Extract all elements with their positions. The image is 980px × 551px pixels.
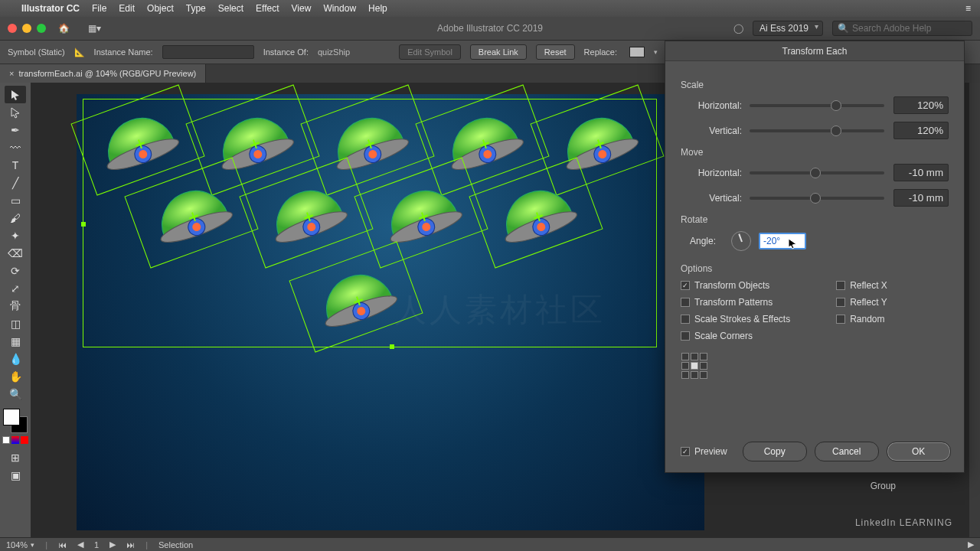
move-h-label: Horizontal: <box>681 168 742 178</box>
eyedropper-tool[interactable]: 💧 <box>5 350 26 367</box>
move-v-slider[interactable] <box>750 197 884 200</box>
home-icon[interactable]: 🏠 <box>58 23 70 34</box>
transform-objects-label: Transform Objects <box>694 280 769 291</box>
window-controls[interactable] <box>8 24 46 33</box>
move-h-input[interactable] <box>893 164 949 181</box>
scale-strokes-checkbox[interactable]: Scale Strokes & Effects <box>681 314 790 324</box>
scroll-right-icon[interactable]: ▶ <box>968 540 974 549</box>
artboard-nav-prev-icon[interactable]: ◀ <box>77 540 83 549</box>
menu-file[interactable]: File <box>92 3 106 14</box>
selection-type-label: Group <box>871 481 896 491</box>
random-checkbox[interactable]: Random <box>836 314 887 324</box>
rotate-section-label: Rotate <box>681 214 949 225</box>
transform-objects-checkbox[interactable]: ✓Transform Objects <box>681 280 790 291</box>
preview-checkbox[interactable]: ✓Preview <box>681 446 727 457</box>
workspace-switcher[interactable]: Ai Ess 2019 <box>753 21 823 36</box>
rotate-tool[interactable]: ⟳ <box>5 262 26 279</box>
angle-label: Angle: <box>681 236 716 246</box>
hand-tool[interactable]: ✋ <box>5 367 26 385</box>
help-search-input[interactable] <box>852 23 967 34</box>
move-h-slider[interactable] <box>750 171 884 174</box>
scale-strokes-label: Scale Strokes & Effects <box>694 314 790 324</box>
break-link-button[interactable]: Break Link <box>470 44 527 60</box>
instance-of-value: quizShip <box>318 47 350 57</box>
move-v-input[interactable] <box>893 189 949 207</box>
transform-patterns-checkbox[interactable]: Transform Patterns <box>681 297 790 308</box>
direct-selection-tool[interactable] <box>5 103 26 121</box>
scale-section-label: Scale <box>681 80 949 90</box>
menu-select[interactable]: Select <box>218 3 243 14</box>
reference-point-grid[interactable] <box>681 352 708 380</box>
width-tool[interactable]: ⾻ <box>5 297 26 315</box>
symbol-type-icon[interactable]: 📐 <box>74 47 85 57</box>
copy-button[interactable]: Copy <box>743 442 807 461</box>
close-tab-icon[interactable]: × <box>9 69 14 78</box>
line-tool[interactable]: ╱ <box>5 174 26 191</box>
help-search[interactable]: 🔍 <box>832 21 972 36</box>
right-dock-flyout[interactable] <box>969 83 980 537</box>
pen-tool[interactable]: ✒ <box>5 121 26 139</box>
ok-button[interactable]: OK <box>887 442 951 461</box>
scale-h-input[interactable] <box>893 96 949 114</box>
screen-mode-icon[interactable]: ⊞ <box>5 448 26 466</box>
gradient-tool[interactable]: ▦ <box>5 332 26 350</box>
app-name[interactable]: Illustrator CC <box>21 3 80 14</box>
gpu-preview-icon[interactable]: ◯ <box>733 23 743 34</box>
selection-tool[interactable] <box>5 86 26 103</box>
instance-name-input[interactable] <box>162 45 254 59</box>
dialog-title: Transform Each <box>665 41 964 61</box>
symbol-mode-label: Symbol (Static) <box>8 47 65 57</box>
angle-input[interactable] <box>759 233 806 249</box>
scale-tool[interactable]: ⤢ <box>5 279 26 297</box>
artboard-nav-next-icon[interactable]: ▶ <box>109 540 116 549</box>
menu-effect[interactable]: Effect <box>256 3 279 14</box>
minimize-window-icon[interactable] <box>22 24 31 33</box>
instance-of-label: Instance Of: <box>263 47 309 57</box>
reflect-y-checkbox[interactable]: Reflect Y <box>836 297 887 308</box>
close-window-icon[interactable] <box>8 24 17 33</box>
replace-swatch[interactable] <box>629 47 645 57</box>
menu-window[interactable]: Window <box>323 3 356 14</box>
rectangle-tool[interactable]: ▭ <box>5 191 26 209</box>
cancel-button[interactable]: Cancel <box>815 442 879 461</box>
free-transform-tool[interactable]: ◫ <box>5 315 26 332</box>
eraser-tool[interactable]: ⌫ <box>5 244 26 262</box>
reflect-y-label: Reflect Y <box>850 297 887 308</box>
scale-v-input[interactable] <box>893 122 949 139</box>
scale-v-label: Vertical: <box>681 126 742 136</box>
artboard-number[interactable]: 1 <box>94 540 99 549</box>
curvature-tool[interactable]: 〰 <box>5 139 26 156</box>
menu-view[interactable]: View <box>292 3 312 14</box>
arrange-documents-icon[interactable]: ▦▾ <box>88 23 101 34</box>
scale-corners-checkbox[interactable]: Scale Corners <box>681 331 790 341</box>
color-mode-icons[interactable] <box>2 436 28 444</box>
menu-type[interactable]: Type <box>186 3 206 14</box>
zoom-tool[interactable]: 🔍 <box>5 385 26 403</box>
paintbrush-tool[interactable]: 🖌 <box>5 209 26 227</box>
type-tool[interactable]: T <box>5 156 26 174</box>
menu-edit[interactable]: Edit <box>119 3 135 14</box>
artboard-nav-first-icon[interactable]: ⏮ <box>58 540 67 549</box>
preview-label: Preview <box>694 446 727 457</box>
menu-object[interactable]: Object <box>147 3 174 14</box>
scale-h-slider[interactable] <box>750 104 884 107</box>
scale-v-slider[interactable] <box>750 129 884 132</box>
shaper-tool[interactable]: ✦ <box>5 227 26 244</box>
reflect-x-label: Reflect X <box>850 280 887 291</box>
zoom-window-icon[interactable] <box>37 24 46 33</box>
zoom-level[interactable]: 104% ▾ <box>6 540 34 549</box>
edit-symbol-button[interactable]: Edit Symbol <box>399 44 461 60</box>
artboard <box>77 94 704 530</box>
linkedin-learning-logo: LinkedIn LEARNING <box>855 517 952 528</box>
menubar-extra-icon[interactable]: ≡ <box>965 3 971 14</box>
reflect-x-checkbox[interactable]: Reflect X <box>836 280 887 291</box>
reset-button[interactable]: Reset <box>536 44 575 60</box>
angle-dial[interactable] <box>731 231 751 251</box>
artboard-nav-last-icon[interactable]: ⏭ <box>126 540 135 549</box>
document-tab-label: transformEach.ai @ 104% (RGB/GPU Preview… <box>18 69 196 78</box>
change-screen-icon[interactable]: ▣ <box>5 466 26 484</box>
menu-help[interactable]: Help <box>368 3 387 14</box>
workspace-label: Ai Ess 2019 <box>760 23 808 34</box>
document-tab[interactable]: × transformEach.ai @ 104% (RGB/GPU Previ… <box>0 64 206 83</box>
fill-stroke-swatch[interactable] <box>3 409 28 433</box>
